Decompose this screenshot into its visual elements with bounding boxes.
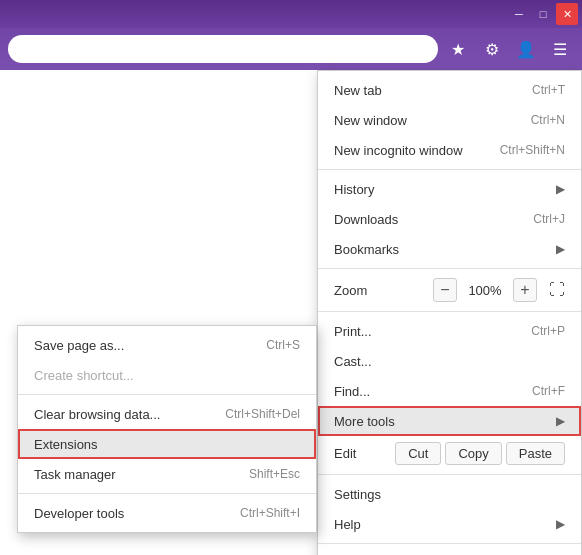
menu-item-label: Save page as... — [34, 338, 124, 353]
menu-item-label: Help — [334, 517, 361, 532]
menu-item-shortcut: Ctrl+Shift+Del — [225, 407, 300, 421]
arrow-icon: ▶ — [556, 182, 565, 196]
arrow-icon: ▶ — [556, 242, 565, 256]
menu-item-shortcut: Ctrl+J — [533, 212, 565, 226]
menu-item-label: Extensions — [34, 437, 98, 452]
menu-item-settings[interactable]: Settings — [318, 479, 581, 509]
edit-row: Edit Cut Copy Paste — [318, 436, 581, 470]
menu-item-extensions[interactable]: Extensions — [18, 429, 316, 459]
menu-item-label: Print... — [334, 324, 372, 339]
menu-item-label: Bookmarks — [334, 242, 399, 257]
zoom-plus-button[interactable]: + — [513, 278, 537, 302]
zoom-row: Zoom − 100% + ⛶ — [318, 273, 581, 307]
menu-item-shortcut: Ctrl+N — [531, 113, 565, 127]
zoom-minus-button[interactable]: − — [433, 278, 457, 302]
menu-item-new-window[interactable]: New window Ctrl+N — [318, 105, 581, 135]
menu-item-exit[interactable]: Exit — [318, 548, 581, 555]
menu-item-shortcut: Ctrl+S — [266, 338, 300, 352]
more-tools-menu: Save page as... Ctrl+S Create shortcut..… — [17, 325, 317, 533]
menu-item-label: More tools — [334, 414, 395, 429]
menu-item-developer-tools[interactable]: Developer tools Ctrl+Shift+I — [18, 498, 316, 528]
menu-item-bookmarks[interactable]: Bookmarks ▶ — [318, 234, 581, 264]
maximize-button[interactable]: □ — [532, 3, 554, 25]
menu-item-new-tab[interactable]: New tab Ctrl+T — [318, 75, 581, 105]
title-bar: ─ □ ✕ — [0, 0, 582, 28]
toolbar-icons: ★ ⚙ 👤 ☰ — [444, 35, 574, 63]
separator-1 — [318, 169, 581, 170]
omnibar-row: ★ ⚙ 👤 ☰ — [0, 28, 582, 70]
paste-button[interactable]: Paste — [506, 442, 565, 465]
menu-item-label: Downloads — [334, 212, 398, 227]
browser-content: New tab Ctrl+T New window Ctrl+N New inc… — [0, 70, 582, 555]
menu-item-cast[interactable]: Cast... — [318, 346, 581, 376]
menu-item-shortcut: Ctrl+Shift+N — [500, 143, 565, 157]
separator-mt-2 — [18, 493, 316, 494]
star-icon[interactable]: ★ — [444, 35, 472, 63]
menu-item-shortcut: Ctrl+Shift+I — [240, 506, 300, 520]
menu-item-clear-browsing[interactable]: Clear browsing data... Ctrl+Shift+Del — [18, 399, 316, 429]
close-button[interactable]: ✕ — [556, 3, 578, 25]
browser-chrome: ─ □ ✕ ★ ⚙ 👤 ☰ — [0, 0, 582, 70]
menu-item-incognito[interactable]: New incognito window Ctrl+Shift+N — [318, 135, 581, 165]
profile-icon[interactable]: 👤 — [512, 35, 540, 63]
menu-item-label: New window — [334, 113, 407, 128]
menu-item-label: Developer tools — [34, 506, 124, 521]
menu-item-label: Cast... — [334, 354, 372, 369]
menu-item-shortcut: Ctrl+P — [531, 324, 565, 338]
chrome-menu: New tab Ctrl+T New window Ctrl+N New inc… — [317, 70, 582, 555]
separator-2 — [318, 268, 581, 269]
menu-item-label: Settings — [334, 487, 381, 502]
menu-item-help[interactable]: Help ▶ — [318, 509, 581, 539]
menu-item-print[interactable]: Print... Ctrl+P — [318, 316, 581, 346]
omnibox[interactable] — [8, 35, 438, 63]
menu-item-shortcut: Ctrl+T — [532, 83, 565, 97]
menu-item-label: Task manager — [34, 467, 116, 482]
arrow-icon: ▶ — [556, 517, 565, 531]
menu-item-label: Create shortcut... — [34, 368, 134, 383]
fullscreen-icon[interactable]: ⛶ — [549, 281, 565, 299]
menu-item-task-manager[interactable]: Task manager Shift+Esc — [18, 459, 316, 489]
menu-item-downloads[interactable]: Downloads Ctrl+J — [318, 204, 581, 234]
separator-3 — [318, 311, 581, 312]
menu-item-label: New tab — [334, 83, 382, 98]
cut-button[interactable]: Cut — [395, 442, 441, 465]
zoom-value: 100% — [465, 283, 505, 298]
menu-item-label: Find... — [334, 384, 370, 399]
menu-item-create-shortcut[interactable]: Create shortcut... — [18, 360, 316, 390]
minimize-button[interactable]: ─ — [508, 3, 530, 25]
copy-button[interactable]: Copy — [445, 442, 501, 465]
separator-mt-1 — [18, 394, 316, 395]
menu-item-label: History — [334, 182, 374, 197]
menu-item-save-page[interactable]: Save page as... Ctrl+S — [18, 330, 316, 360]
menu-item-find[interactable]: Find... Ctrl+F — [318, 376, 581, 406]
menu-item-label: New incognito window — [334, 143, 463, 158]
settings-icon[interactable]: ⚙ — [478, 35, 506, 63]
menu-item-label: Clear browsing data... — [34, 407, 160, 422]
separator-5 — [318, 543, 581, 544]
menu-item-shortcut: Shift+Esc — [249, 467, 300, 481]
menu-item-more-tools[interactable]: More tools ▶ — [318, 406, 581, 436]
separator-4 — [318, 474, 581, 475]
edit-label: Edit — [334, 446, 391, 461]
menu-icon[interactable]: ☰ — [546, 35, 574, 63]
zoom-label: Zoom — [334, 283, 425, 298]
menu-item-shortcut: Ctrl+F — [532, 384, 565, 398]
arrow-icon: ▶ — [556, 414, 565, 428]
menu-item-history[interactable]: History ▶ — [318, 174, 581, 204]
